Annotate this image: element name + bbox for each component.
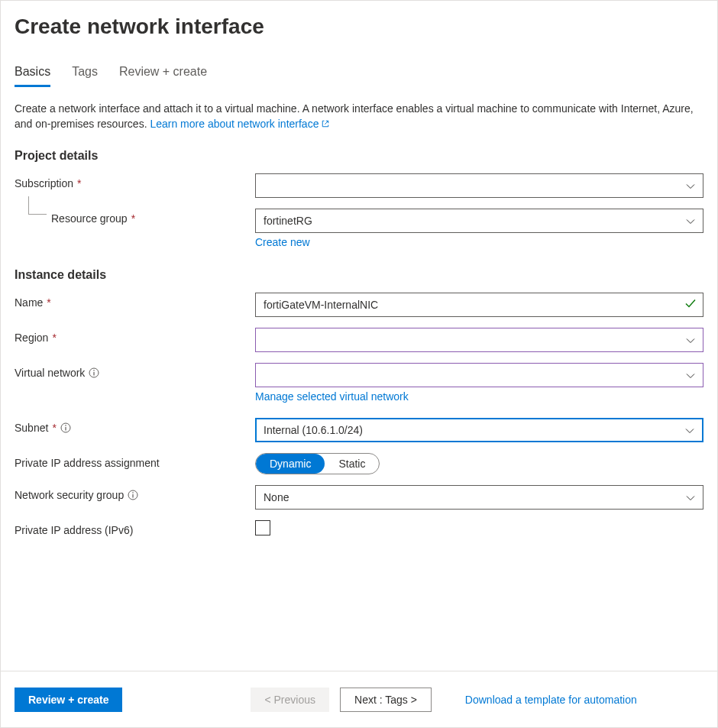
- region-label: Region*: [15, 328, 255, 344]
- indent-bracket-icon: [28, 196, 47, 215]
- resource-group-label: Resource group*: [15, 209, 255, 225]
- info-icon[interactable]: [89, 367, 99, 378]
- nsg-label: Network security group: [15, 485, 255, 501]
- required-asterisk: *: [52, 422, 56, 434]
- svg-point-1: [94, 370, 95, 371]
- external-link-icon: [321, 119, 330, 128]
- tab-tags[interactable]: Tags: [72, 65, 98, 87]
- section-instance-details: Instance details: [15, 268, 703, 282]
- required-asterisk: *: [47, 296, 50, 309]
- info-icon[interactable]: [60, 422, 71, 433]
- svg-rect-5: [65, 427, 66, 431]
- section-project-details: Project details: [15, 149, 703, 163]
- previous-button: < Previous: [251, 688, 329, 712]
- nsg-dropdown[interactable]: None: [255, 485, 703, 510]
- subnet-label: Subnet*: [15, 418, 255, 434]
- chevron-down-icon: [686, 216, 695, 225]
- ip-assignment-label: Private IP address assignment: [15, 453, 255, 469]
- toggle-static[interactable]: Static: [325, 454, 379, 474]
- subnet-dropdown[interactable]: Internal (10.6.1.0/24): [255, 418, 703, 442]
- name-label: Name*: [15, 293, 255, 309]
- svg-point-4: [65, 425, 66, 426]
- svg-point-7: [132, 492, 134, 493]
- manage-vnet-link[interactable]: Manage selected virtual network: [255, 390, 703, 403]
- name-input[interactable]: fortiGateVM-InternalNIC: [255, 293, 703, 317]
- chevron-down-icon: [686, 181, 695, 190]
- svg-rect-2: [94, 372, 95, 376]
- vnet-dropdown[interactable]: [255, 363, 703, 387]
- info-icon[interactable]: [128, 490, 138, 500]
- required-asterisk: *: [52, 332, 56, 344]
- svg-rect-8: [133, 494, 134, 498]
- footer: Review + create < Previous Next : Tags >…: [1, 671, 717, 727]
- required-asterisk: *: [77, 177, 81, 189]
- chevron-down-icon: [686, 493, 695, 502]
- tab-review-create[interactable]: Review + create: [119, 65, 207, 87]
- download-template-link[interactable]: Download a template for automation: [465, 694, 637, 706]
- next-button[interactable]: Next : Tags >: [340, 688, 432, 712]
- create-new-link[interactable]: Create new: [255, 236, 703, 248]
- learn-more-link[interactable]: Learn more about network interface: [150, 118, 330, 130]
- description-body: Create a network interface and attach it…: [15, 102, 694, 130]
- subscription-label: Subscription*: [15, 173, 255, 189]
- ipv6-label: Private IP address (IPv6): [15, 520, 255, 536]
- ipv6-checkbox[interactable]: [255, 520, 270, 535]
- subscription-dropdown[interactable]: [255, 173, 703, 198]
- valid-check-icon: [684, 297, 697, 312]
- description-text: Create a network interface and attach it…: [15, 101, 702, 132]
- resource-group-dropdown[interactable]: fortinetRG: [255, 209, 703, 233]
- tab-basics[interactable]: Basics: [15, 65, 50, 87]
- tabs: Basics Tags Review + create: [15, 65, 703, 87]
- page-title: Create network interface: [15, 15, 703, 39]
- ip-assignment-toggle: Dynamic Static: [255, 453, 380, 474]
- chevron-down-icon: [686, 370, 695, 380]
- region-dropdown[interactable]: [255, 328, 703, 352]
- review-create-button[interactable]: Review + create: [15, 688, 122, 712]
- chevron-down-icon: [686, 335, 695, 345]
- chevron-down-icon: [685, 425, 694, 435]
- required-asterisk: *: [131, 212, 135, 225]
- toggle-dynamic[interactable]: Dynamic: [256, 454, 325, 474]
- vnet-label: Virtual network: [15, 363, 255, 379]
